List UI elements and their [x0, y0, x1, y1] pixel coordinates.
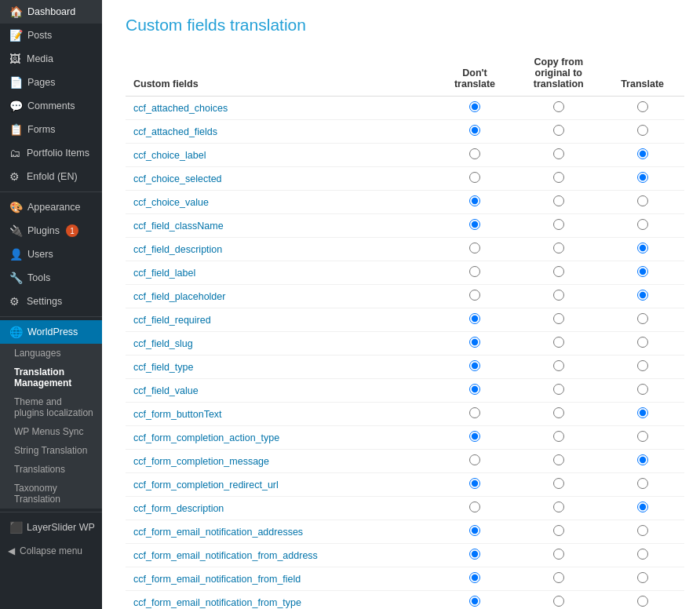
translate-radio[interactable] — [637, 148, 648, 159]
table-row: ccf_form_email_notification_addresses — [126, 520, 684, 544]
translate-radio[interactable] — [637, 431, 648, 442]
copy-radio[interactable] — [553, 501, 564, 512]
translate-radio[interactable] — [637, 290, 648, 301]
copy-radio[interactable] — [553, 454, 564, 465]
copy-radio[interactable] — [553, 431, 564, 442]
submenu-item-taxonomy-translation[interactable]: Taxonomy Translation — [0, 479, 102, 509]
translate-radio[interactable] — [637, 501, 648, 512]
copy-radio[interactable] — [553, 337, 564, 348]
table-row: ccf_field_type — [126, 356, 684, 379]
dont-translate-radio[interactable] — [469, 501, 480, 512]
translate-radio[interactable] — [637, 337, 648, 348]
submenu-item-translation-management[interactable]: Translation Management — [0, 363, 102, 392]
dont-translate-radio[interactable] — [469, 360, 480, 371]
translate-radio[interactable] — [637, 360, 648, 371]
dont-translate-radio[interactable] — [469, 337, 480, 348]
translate-radio[interactable] — [637, 525, 648, 536]
dont-translate-radio[interactable] — [469, 148, 480, 159]
dont-translate-radio[interactable] — [469, 549, 480, 560]
translate-radio[interactable] — [637, 313, 648, 324]
copy-radio-cell — [516, 120, 600, 144]
copy-radio[interactable] — [553, 407, 564, 418]
sidebar-item-layerslider[interactable]: ⬛ LayerSlider WP — [0, 516, 102, 539]
translate-radio[interactable] — [637, 407, 648, 418]
translate-radio[interactable] — [637, 572, 648, 583]
sidebar-item-wordpress[interactable]: 🌐 WorldPress — [0, 320, 102, 344]
dont-translate-radio[interactable] — [469, 290, 480, 301]
field-name-cell: ccf_choice_label — [126, 144, 433, 167]
dont-translate-radio[interactable] — [469, 195, 480, 206]
translate-radio[interactable] — [637, 101, 648, 112]
copy-radio[interactable] — [553, 384, 564, 395]
table-row: ccf_choice_selected — [126, 167, 684, 191]
dont-translate-radio[interactable] — [469, 125, 480, 136]
submenu-item-theme-plugins[interactable]: Theme and plugins localization — [0, 392, 102, 422]
sidebar-item-comments[interactable]: 💬 Comments — [0, 94, 102, 118]
submenu-item-string-translation[interactable]: String Translation — [0, 441, 102, 460]
translate-radio-cell — [600, 97, 684, 120]
submenu-item-translations[interactable]: Translations — [0, 460, 102, 479]
sidebar-item-plugins[interactable]: 🔌 Plugins 1 — [0, 219, 102, 243]
table-row: ccf_attached_fields — [126, 120, 684, 144]
dont-translate-radio[interactable] — [469, 431, 480, 442]
page-title: Custom fields translation — [126, 16, 684, 35]
copy-radio[interactable] — [553, 243, 564, 253]
dont-translate-radio[interactable] — [469, 101, 480, 112]
copy-radio-cell — [516, 544, 600, 567]
dont-translate-radio[interactable] — [469, 243, 480, 253]
copy-radio[interactable] — [553, 266, 564, 277]
dont-translate-radio[interactable] — [469, 596, 480, 607]
translate-radio[interactable] — [637, 454, 648, 465]
translate-radio[interactable] — [637, 243, 648, 253]
translate-radio[interactable] — [637, 478, 648, 489]
dont-translate-radio-cell — [433, 285, 517, 308]
translate-radio[interactable] — [637, 125, 648, 136]
dont-translate-radio[interactable] — [469, 266, 480, 277]
dont-translate-radio[interactable] — [469, 384, 480, 395]
copy-radio[interactable] — [553, 572, 564, 583]
copy-radio[interactable] — [553, 125, 564, 136]
translate-radio[interactable] — [637, 596, 648, 607]
dont-translate-radio[interactable] — [469, 172, 480, 183]
copy-radio[interactable] — [553, 290, 564, 301]
submenu-item-languages[interactable]: Languages — [0, 344, 102, 363]
copy-radio[interactable] — [553, 148, 564, 159]
dont-translate-radio[interactable] — [469, 572, 480, 583]
dont-translate-radio[interactable] — [469, 525, 480, 536]
translate-radio[interactable] — [637, 195, 648, 206]
copy-radio[interactable] — [553, 219, 564, 230]
sidebar-item-posts[interactable]: 📝 Posts — [0, 24, 102, 47]
dont-translate-radio[interactable] — [469, 407, 480, 418]
sidebar-item-forms[interactable]: 📋 Forms — [0, 118, 102, 141]
sidebar-item-dashboard[interactable]: 🏠 Dashboard — [0, 0, 102, 24]
sidebar-item-media[interactable]: 🖼 Media — [0, 47, 102, 71]
sidebar-item-enfold[interactable]: ⚙ Enfold (EN) — [0, 165, 102, 188]
translate-radio[interactable] — [637, 219, 648, 230]
copy-radio[interactable] — [553, 478, 564, 489]
sidebar-item-pages[interactable]: 📄 Pages — [0, 71, 102, 94]
copy-radio[interactable] — [553, 596, 564, 607]
dont-translate-radio[interactable] — [469, 478, 480, 489]
collapse-menu-button[interactable]: ◀ Collapse menu — [0, 539, 102, 563]
dont-translate-radio[interactable] — [469, 219, 480, 230]
translate-radio[interactable] — [637, 549, 648, 560]
copy-radio[interactable] — [553, 172, 564, 183]
submenu-item-wp-menus-sync[interactable]: WP Menus Sync — [0, 422, 102, 441]
translate-radio[interactable] — [637, 266, 648, 277]
translate-radio[interactable] — [637, 384, 648, 395]
copy-radio[interactable] — [553, 195, 564, 206]
dont-translate-radio[interactable] — [469, 313, 480, 324]
copy-radio[interactable] — [553, 313, 564, 324]
comments-icon: 💬 — [9, 100, 23, 112]
copy-radio[interactable] — [553, 549, 564, 560]
sidebar-item-portfolio[interactable]: 🗂 Portfolio Items — [0, 141, 102, 165]
copy-radio[interactable] — [553, 360, 564, 371]
sidebar-item-tools[interactable]: 🔧 Tools — [0, 266, 102, 290]
dont-translate-radio[interactable] — [469, 454, 480, 465]
sidebar-item-users[interactable]: 👤 Users — [0, 243, 102, 266]
translate-radio[interactable] — [637, 172, 648, 183]
sidebar-item-appearance[interactable]: 🎨 Appearance — [0, 195, 102, 219]
copy-radio[interactable] — [553, 525, 564, 536]
copy-radio[interactable] — [553, 101, 564, 112]
sidebar-item-settings[interactable]: ⚙ Settings — [0, 290, 102, 313]
